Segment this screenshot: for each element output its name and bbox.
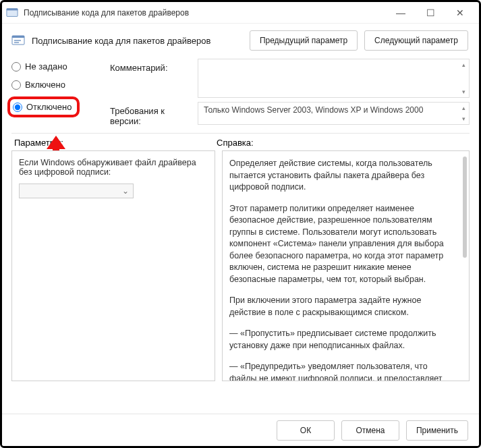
scrollbar-thumb[interactable] <box>463 157 467 258</box>
requirements-value: Только Windows Server 2003, Windows XP и… <box>204 105 423 115</box>
radio-enabled-label: Включено <box>25 80 65 90</box>
options-text: Если Windows обнаруживает файл драйвера … <box>19 158 208 177</box>
previous-setting-button[interactable]: Предыдущий параметр <box>250 30 358 51</box>
scroll-up-icon[interactable]: ▴ <box>459 104 468 112</box>
radio-disabled-highlight: Отключено <box>7 96 80 117</box>
help-scrollbar[interactable] <box>462 157 468 375</box>
scroll-up-icon[interactable]: ▴ <box>459 61 468 69</box>
help-p2: Этот параметр политики определяет наимен… <box>229 203 453 286</box>
behavior-dropdown[interactable]: ⌄ <box>19 184 134 198</box>
help-p3: При включении этого параметра задайте ну… <box>229 295 453 318</box>
scroll-down-icon[interactable]: ▾ <box>459 115 468 123</box>
titlebar: Подписывание кода для пакетов драйверов … <box>2 2 479 24</box>
radio-disabled-label: Отключено <box>26 102 72 112</box>
minimize-button[interactable]: — <box>386 3 416 23</box>
svg-rect-4 <box>14 40 21 41</box>
app-icon <box>6 7 18 19</box>
help-p4: — «Пропустить» предписывает системе прод… <box>229 328 453 352</box>
maximize-button[interactable]: ☐ <box>416 3 445 23</box>
radio-disabled[interactable]: Отключено <box>13 102 72 112</box>
requirements-box: Только Windows Server 2003, Windows XP и… <box>198 102 470 125</box>
scroll-down-icon[interactable]: ▾ <box>459 88 468 96</box>
help-p1: Определяет действие системы, когда польз… <box>229 158 453 194</box>
header: Подписывание кода для пакетов драйверов … <box>2 24 479 55</box>
header-title: Подписывание кода для пакетов драйверов <box>32 36 243 46</box>
radio-not-configured-input[interactable] <box>11 62 21 72</box>
svg-rect-1 <box>7 8 18 10</box>
requirements-label: Требования к версии: <box>110 102 198 126</box>
window-title: Подписывание кода для пакетов драйверов <box>24 8 386 18</box>
policy-icon <box>11 34 25 47</box>
comment-textarea[interactable]: ▴ ▾ <box>198 59 470 98</box>
radio-not-configured[interactable]: Не задано <box>11 61 106 72</box>
next-setting-button[interactable]: Следующий параметр <box>364 30 468 51</box>
radio-disabled-input[interactable] <box>13 103 22 112</box>
state-radios: Не задано Включено Отключено <box>11 59 106 130</box>
radio-enabled[interactable]: Включено <box>11 80 106 90</box>
chevron-down-icon: ⌄ <box>122 186 129 196</box>
radio-not-configured-label: Не задано <box>25 61 67 72</box>
options-panel: Если Windows обнаруживает файл драйвера … <box>11 150 215 381</box>
apply-button[interactable]: Применить <box>406 420 468 441</box>
help-label: Справка: <box>217 138 467 148</box>
ok-button[interactable]: ОК <box>277 420 335 441</box>
comment-label: Комментарий: <box>110 59 198 73</box>
close-button[interactable]: ✕ <box>445 3 475 23</box>
radio-enabled-input[interactable] <box>11 80 21 90</box>
svg-rect-3 <box>12 36 24 38</box>
cancel-button[interactable]: Отмена <box>341 420 399 441</box>
window-controls: — ☐ ✕ <box>386 3 475 23</box>
help-p5: — «Предупредить» уведомляет пользователя… <box>229 361 453 381</box>
help-panel: Определяет действие системы, когда польз… <box>222 150 470 381</box>
footer: ОК Отмена Применить <box>2 414 479 446</box>
svg-rect-5 <box>14 42 19 43</box>
